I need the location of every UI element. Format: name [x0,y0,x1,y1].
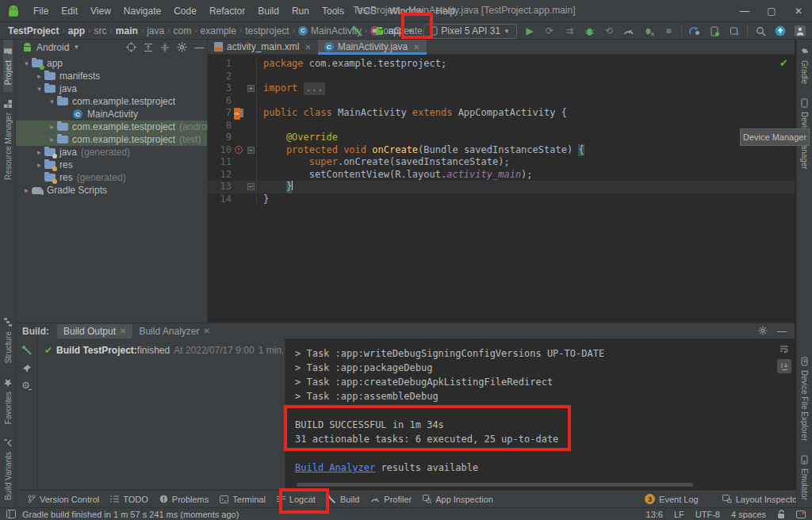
close-tab-icon[interactable]: ✕ [304,43,311,52]
fold-expand-icon[interactable]: + [247,85,255,92]
tab-activity-main-xml[interactable]: activity_main.xml✕ [208,40,318,54]
hide-panel-icon[interactable]: — [194,42,204,53]
attach-debugger-icon[interactable] [642,24,656,38]
tab-mainactivity-java[interactable]: C MainActivity.java✕ [318,40,427,54]
menu-build[interactable]: Build [251,3,285,19]
tool-button-app-inspection[interactable]: App Inspection [417,492,499,507]
collapse-all-icon[interactable] [160,43,170,52]
tree-row-java[interactable]: ▾ java [16,82,207,95]
build-hammer-icon[interactable] [350,24,364,38]
build-result-row[interactable]: ✔ Build TestProject: finished At 2022/07… [44,345,283,356]
notifications-icon[interactable] [796,510,806,519]
tree-row-gradle-scripts[interactable]: ▸ Gradle Scripts [16,184,207,197]
breadcrumb-item[interactable]: testproject [245,25,289,36]
menu-tools[interactable]: Tools [316,3,350,19]
tool-tab-project[interactable]: Project [3,40,13,92]
device-select[interactable]: Pixel 5 API 31▼ [423,24,517,39]
scroll-to-end-icon[interactable] [777,359,791,373]
tool-tab-build-variants[interactable]: Build Variants [3,431,13,507]
hide-panel-icon[interactable]: — [777,326,787,337]
horizontal-scrollbar[interactable] [297,483,693,487]
breadcrumb-item[interactable]: TestProject [8,25,59,36]
tab-build-analyzer[interactable]: Build Analyzer✕ [132,324,216,338]
filter-icon[interactable] [21,381,32,391]
readonly-lock-icon[interactable] [777,510,785,519]
tool-tab-resource-manager[interactable]: Resource Manager [3,92,13,187]
menu-file[interactable]: File [27,3,55,19]
rerun-icon[interactable]: ⟳ [542,24,557,38]
tool-button-layout-inspector[interactable]: Layout Inspector [717,492,806,507]
settings-gear-icon[interactable] [177,42,187,52]
tree-row-res[interactable]: ▸ res [16,159,207,171]
menu-run[interactable]: Run [285,3,316,19]
tool-button-problems[interactable]: Problems [154,492,214,507]
close-tab-icon[interactable]: ✕ [203,327,209,335]
menu-edit[interactable]: Edit [55,3,84,19]
close-tab-icon[interactable]: ✕ [413,43,419,52]
locate-file-icon[interactable] [126,42,136,52]
tab-build-output[interactable]: Build Output✕ [57,324,132,338]
tool-button-version-control[interactable]: Version Control [22,492,105,507]
soft-wrap-icon[interactable] [777,342,791,356]
tool-button-event-log[interactable]: 3 Event Log [639,491,704,507]
tool-button-todo[interactable]: TODO [105,492,154,507]
pin-icon[interactable] [22,364,32,373]
tool-button-profiler[interactable]: Profiler [365,492,417,507]
sync-gradle-icon[interactable] [688,24,702,38]
close-button[interactable]: ✕ [785,0,812,22]
tool-tab-device-file-explorer[interactable]: Device File Explorer [800,350,810,448]
tree-row-mainactivity[interactable]: C MainActivity [16,108,207,120]
profile-avatar-icon[interactable] [793,24,807,38]
breadcrumb-item[interactable]: com [174,25,192,36]
tree-row-package-androidtest[interactable]: ▸ com.example.testproject(androidTest) [16,120,207,133]
project-view-select[interactable]: Android▼ [22,42,79,53]
tool-tab-gradle[interactable]: Gradle [800,40,810,91]
file-encoding[interactable]: UTF-8 [695,510,720,519]
fold-collapse-icon[interactable]: − [247,147,255,154]
sdk-manager-icon[interactable] [727,24,741,38]
device-manager-icon[interactable] [707,24,722,38]
breadcrumb-item[interactable]: app [68,25,85,36]
expand-all-icon[interactable] [144,43,153,52]
tree-row-res-generated[interactable]: res(generated) [16,171,207,184]
tree-row-app[interactable]: ▾ app [16,57,207,70]
minimize-button[interactable]: — [731,0,758,22]
overrides-gutter-icon[interactable]: ↑ [235,146,243,154]
menu-view[interactable]: View [84,3,117,19]
tree-row-manifests[interactable]: ▸ manifests [16,70,207,82]
build-analyzer-link[interactable]: Build Analyzer [295,462,375,473]
indent-setting[interactable]: 4 spaces [731,510,766,519]
close-tab-icon[interactable]: ✕ [120,327,126,335]
tree-row-package-test[interactable]: ▸ com.example.testproject(test) [16,133,207,146]
tool-button-terminal[interactable]: Terminal [214,492,271,507]
stop-icon[interactable]: ■ [661,24,676,38]
breadcrumb-item[interactable]: example [201,25,236,36]
tool-tab-structure[interactable]: Structure [3,311,13,371]
run-icon[interactable]: ▶ [523,24,537,38]
folded-imports[interactable]: ... [304,82,326,95]
tool-tab-emulator[interactable]: Emulator [800,448,810,507]
menu-code[interactable]: Code [167,3,203,19]
editor-area[interactable]: activity_main.xml✕ C MainActivity.java✕ … [208,40,795,323]
current-line[interactable]: 13− } [208,181,795,193]
debug-icon[interactable] [582,24,596,38]
update-available-icon[interactable] [773,24,787,38]
layout-preview-gutter-icon[interactable] [235,109,243,117]
caret-position[interactable]: 13:6 [646,510,663,519]
fold-collapse-icon[interactable]: − [247,183,255,190]
search-everywhere-icon[interactable] [753,24,768,38]
line-ending[interactable]: LF [674,510,684,519]
apply-code-changes-icon[interactable]: ⟲ [602,24,616,38]
code-view[interactable]: 1package com.example.testproject; 2 3+im… [208,55,795,323]
breadcrumb-item[interactable]: main [116,25,138,36]
tree-row-package[interactable]: ▾ com.example.testproject [16,95,207,108]
build-settings-gear-icon[interactable] [758,326,768,337]
tool-window-switcher-icon[interactable] [6,510,16,518]
maximize-button[interactable]: ▢ [758,0,785,22]
menu-navigate[interactable]: Navigate [117,3,167,19]
apply-changes-icon[interactable]: ⇉ [562,24,576,38]
breadcrumb-item[interactable]: src [94,25,107,36]
tool-tab-favorites[interactable]: Favorites [3,371,13,431]
breadcrumb-item[interactable]: java [147,25,164,36]
profile-app-icon[interactable] [622,24,636,38]
